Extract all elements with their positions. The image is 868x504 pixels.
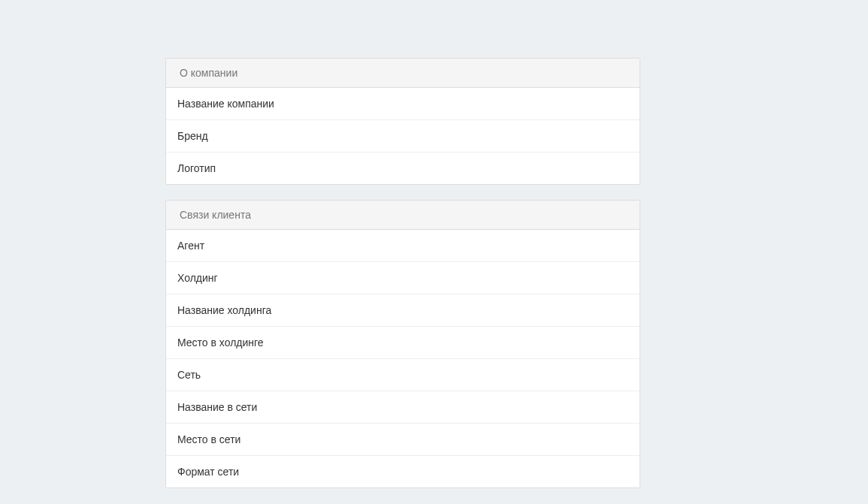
list-item[interactable]: Логотип [166, 152, 640, 184]
panel-client-links: Связи клиента Агент Холдинг Название хол… [165, 200, 640, 488]
list-item[interactable]: Название компании [166, 88, 640, 120]
main-container: О компании Название компании Бренд Логот… [165, 0, 640, 488]
list-item[interactable]: Название холдинга [166, 294, 640, 327]
panel-header-client-links: Связи клиента [166, 201, 640, 230]
panel-about-company: О компании Название компании Бренд Логот… [165, 58, 640, 185]
panel-body-client-links: Агент Холдинг Название холдинга Место в … [166, 230, 640, 487]
panel-body-about-company: Название компании Бренд Логотип [166, 88, 640, 184]
list-item[interactable]: Формат сети [166, 456, 640, 487]
panel-header-about-company: О компании [166, 59, 640, 88]
list-item[interactable]: Агент [166, 230, 640, 262]
list-item[interactable]: Сеть [166, 359, 640, 391]
list-item[interactable]: Холдинг [166, 262, 640, 294]
list-item[interactable]: Название в сети [166, 391, 640, 424]
list-item[interactable]: Место в сети [166, 424, 640, 456]
list-item[interactable]: Место в холдинге [166, 327, 640, 359]
list-item[interactable]: Бренд [166, 120, 640, 152]
